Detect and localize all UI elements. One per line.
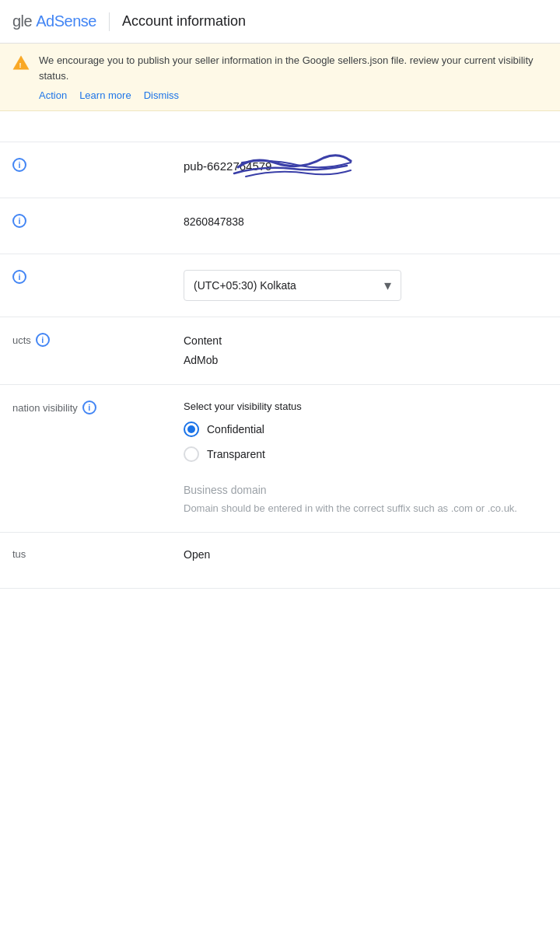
- products-value-col: Content AdMob: [184, 333, 548, 369]
- business-domain-section: Business domain Domain should be entered…: [184, 484, 548, 516]
- phone-row: i 8260847838: [0, 198, 560, 254]
- dismiss-link[interactable]: Dismiss: [144, 89, 180, 101]
- visibility-label-col: nation visibility i: [12, 401, 184, 415]
- publisher-id-value: pub-6622764579: [184, 158, 548, 176]
- status-value-col: Open: [184, 548, 548, 561]
- timezone-info-icon[interactable]: i: [12, 270, 26, 284]
- visibility-section-title: Select your visibility status: [184, 401, 548, 412]
- visibility-value-col: Select your visibility status Confidenti…: [184, 401, 548, 516]
- timezone-value-col: (UTC+05:30) Kolkata ▾: [184, 270, 548, 301]
- visibility-label-text: nation visibility: [12, 402, 78, 414]
- visibility-info-icon[interactable]: i: [82, 401, 96, 415]
- status-label-text: tus: [12, 548, 26, 560]
- timezone-row: i (UTC+05:30) Kolkata ▾: [0, 254, 560, 317]
- phone-label-col: i: [12, 214, 184, 228]
- status-label-col: tus: [12, 548, 184, 560]
- products-list: Content AdMob: [184, 333, 548, 369]
- timezone-dropdown-arrow-icon: ▾: [384, 277, 391, 294]
- publisher-id-row: i pub-6622764579: [0, 142, 560, 198]
- google-logo-text: gle: [12, 12, 36, 30]
- transparent-radio[interactable]: [184, 446, 199, 462]
- partial-row-top: [0, 111, 560, 142]
- timezone-dropdown[interactable]: (UTC+05:30) Kolkata ▾: [184, 270, 401, 301]
- visibility-row: nation visibility i Select your visibili…: [0, 385, 560, 533]
- timezone-label-col: i: [12, 270, 184, 284]
- transparent-option[interactable]: Transparent: [184, 446, 548, 462]
- business-domain-hint: Domain should be entered in with the cor…: [184, 501, 548, 516]
- app-logo: gle AdSense: [12, 12, 96, 30]
- app-header: gle AdSense Account information: [0, 0, 560, 44]
- phone-value-col: 8260847838: [184, 214, 548, 230]
- timezone-selected-value: (UTC+05:30) Kolkata: [194, 279, 296, 292]
- confidential-label: Confidential: [207, 423, 264, 436]
- svg-text:!: !: [19, 61, 22, 69]
- status-row: tus Open: [0, 533, 560, 589]
- action-link[interactable]: Action: [39, 89, 67, 101]
- products-label-col: ucts i: [12, 333, 184, 347]
- confidential-option[interactable]: Confidential: [184, 422, 548, 437]
- adsense-logo-text: AdSense: [36, 12, 96, 30]
- banner-actions: Action Learn more Dismiss: [39, 89, 548, 101]
- publisher-id-value-col: pub-6622764579: [184, 158, 548, 176]
- notification-banner: ! We encourage you to publish your selle…: [0, 44, 560, 111]
- banner-text: We encourage you to publish your seller …: [39, 53, 548, 83]
- business-domain-title: Business domain: [184, 484, 548, 496]
- banner-content: We encourage you to publish your seller …: [39, 53, 548, 101]
- header-divider: [109, 12, 110, 31]
- warning-icon: !: [12, 54, 30, 74]
- products-label-text: ucts: [12, 334, 31, 346]
- product-admob: AdMob: [184, 352, 548, 369]
- product-content: Content: [184, 333, 548, 349]
- transparent-label: Transparent: [207, 448, 265, 460]
- pub-id-text: pub-6622764579: [184, 159, 271, 173]
- status-value: Open: [184, 548, 548, 561]
- products-info-icon[interactable]: i: [36, 333, 50, 347]
- account-info-content: i pub-6622764579 i 8260847838 i: [0, 142, 560, 589]
- page-title: Account information: [122, 13, 246, 30]
- confidential-radio[interactable]: [184, 422, 199, 437]
- learn-more-link[interactable]: Learn more: [79, 89, 131, 101]
- publisher-id-info-icon[interactable]: i: [12, 158, 26, 172]
- phone-info-icon[interactable]: i: [12, 214, 26, 228]
- phone-value: 8260847838: [184, 214, 548, 230]
- visibility-inner: nation visibility i Select your visibili…: [12, 401, 548, 516]
- products-row: ucts i Content AdMob: [0, 317, 560, 385]
- publisher-id-label-col: i: [12, 158, 184, 172]
